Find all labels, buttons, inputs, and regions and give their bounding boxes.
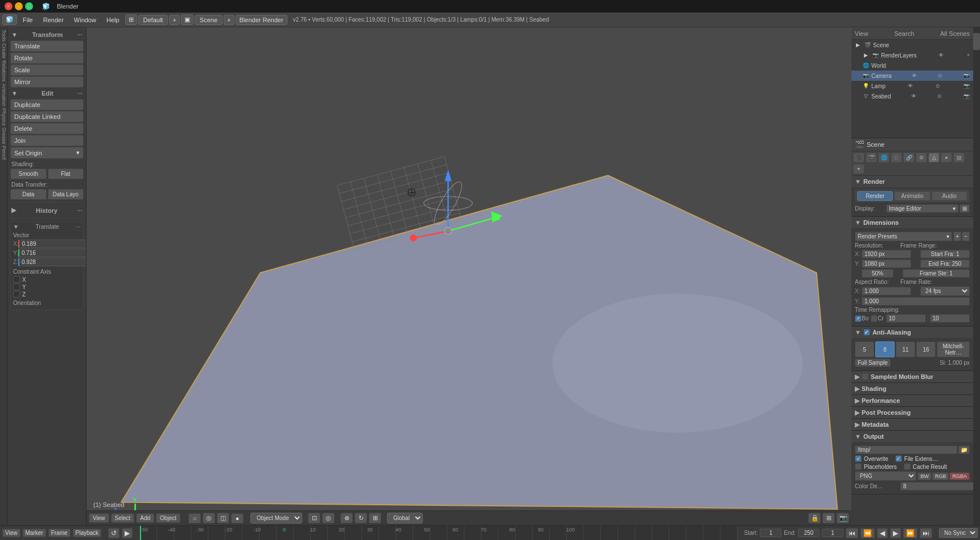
outliner-item-renderlayers[interactable]: ▶ 📷 RenderLayers 👁 + <box>851 50 973 60</box>
fps-selector[interactable]: 24 fps <box>920 286 970 296</box>
post-processing-section-header[interactable]: ▶ Post Processing <box>851 407 973 418</box>
y-input[interactable] <box>18 249 87 257</box>
object-menu-button[interactable]: Object <box>156 513 180 523</box>
particles-props-tab[interactable]: ✦ <box>853 164 864 174</box>
aa-section-header[interactable]: ▼ Anti-Aliasing <box>851 327 973 338</box>
proportional-edit-icon[interactable]: ◎ <box>322 513 335 523</box>
data-button[interactable]: Data <box>10 189 47 200</box>
smooth-button[interactable]: Smooth <box>10 168 47 179</box>
rgba-btn[interactable]: RGBA <box>949 472 970 480</box>
outliner-search-btn[interactable]: Search <box>894 30 914 37</box>
full-sample-btn[interactable]: Full Sample <box>855 358 891 367</box>
current-frame-input[interactable] <box>822 529 843 537</box>
rgb-btn[interactable]: RGB <box>932 472 949 480</box>
lamp-restrict-icon[interactable]: ⊙ <box>936 83 940 89</box>
window-controls[interactable]: × − □ <box>5 2 33 10</box>
scene-layout-icon[interactable]: ▣ <box>181 14 193 25</box>
constraints-props-tab[interactable]: 🔗 <box>903 152 915 163</box>
aa-11-btn[interactable]: 11 <box>896 341 915 357</box>
render-preview-icon[interactable]: ◎ <box>203 513 215 523</box>
mirror-button[interactable]: Mirror <box>10 76 84 88</box>
timeline-view-btn[interactable]: View <box>2 529 20 537</box>
menu-window[interactable]: Window <box>69 15 101 24</box>
aa-8-btn[interactable]: 8 <box>875 341 895 357</box>
render-engine-selector[interactable]: Blender Render <box>236 15 287 25</box>
outliner-item-lamp[interactable]: 💡 Lamp 👁 ⊙ 📷 <box>851 81 973 91</box>
x-axis-checkbox[interactable] <box>13 276 20 283</box>
render-section-header[interactable]: ▼ Render <box>851 176 973 187</box>
display-options-btn[interactable]: ⊞ <box>960 204 970 213</box>
smb-checkbox[interactable] <box>862 373 868 380</box>
output-section-header[interactable]: ▼ Output <box>851 431 973 442</box>
file-extens-checkbox[interactable] <box>895 455 902 462</box>
outliner-item-scene[interactable]: ▶ 🎬 Scene <box>851 40 973 50</box>
snap-icon[interactable]: ⊡ <box>308 513 320 523</box>
next-frame-icon[interactable]: ⏩ <box>903 528 917 538</box>
manipulator-icon[interactable]: ⊕ <box>340 513 353 523</box>
edit-section-header[interactable]: ▼ Edit ··· <box>10 88 84 98</box>
outliner-item-seabed[interactable]: ▽ Seabed 👁 ⊙ 📷 <box>851 91 973 101</box>
menu-help[interactable]: Help <box>102 15 124 24</box>
blender-menu-icon[interactable]: 🧊 <box>2 14 17 25</box>
z-axis-checkbox[interactable] <box>13 291 20 298</box>
sync-selector[interactable]: No Sync <box>939 528 978 538</box>
cache-result-checkbox[interactable] <box>904 463 911 470</box>
lamp-render-icon[interactable]: 📷 <box>963 83 970 89</box>
object-mode-selector[interactable]: Object Mode <box>250 513 302 523</box>
relations-icon[interactable]: Relations <box>1 60 7 82</box>
aa-5-btn[interactable]: 5 <box>855 341 874 357</box>
dimensions-section-header[interactable]: ▼ Dimensions <box>851 217 973 228</box>
end-frame-input[interactable] <box>798 529 820 537</box>
data-layo-button[interactable]: Data Layo <box>48 189 84 200</box>
set-origin-dropdown[interactable]: Set Origin ▾ <box>10 147 84 159</box>
animation-icon[interactable]: Animation <box>1 84 7 106</box>
scale-button[interactable]: Scale <box>10 64 84 76</box>
jump-end-icon[interactable]: ⏭ <box>920 528 932 538</box>
render-props-tab[interactable]: 🎥 <box>853 152 864 163</box>
scene-props-tab[interactable]: 🎬 <box>866 152 877 163</box>
play-forward-icon[interactable]: ▶ <box>890 528 901 538</box>
placeholders-checkbox[interactable] <box>855 463 862 470</box>
render-presets-remove-btn[interactable]: − <box>962 232 970 241</box>
render-tab-audio[interactable]: Audio <box>932 191 967 201</box>
aa-checkbox[interactable] <box>863 329 870 336</box>
start-frame-input[interactable] <box>760 529 781 537</box>
object-props-tab[interactable]: □ <box>891 152 902 163</box>
bo-checkbox[interactable] <box>855 315 862 322</box>
grease-pencil-icon[interactable]: Grease Pencil <box>1 127 7 160</box>
duplicate-button[interactable]: Duplicate <box>10 99 84 110</box>
minimize-button[interactable]: − <box>15 2 23 10</box>
output-browse-btn[interactable]: 📁 <box>958 446 970 454</box>
res-pct-btn[interactable]: 50% <box>862 269 893 278</box>
performance-section-header[interactable]: ▶ Performance <box>851 395 973 406</box>
render-presets-selector[interactable]: Render Presets ▾ <box>855 232 952 241</box>
close-button[interactable]: × <box>5 2 13 10</box>
rotate-button[interactable]: Rotate <box>10 52 84 64</box>
render-tab-render[interactable]: Render <box>857 191 893 201</box>
format-selector[interactable]: PNG <box>855 471 916 481</box>
duplicate-linked-button[interactable]: Duplicate Linked <box>10 111 84 122</box>
texture-display-icon[interactable]: ◫ <box>217 513 229 523</box>
color-de-input[interactable] <box>900 482 973 490</box>
view-menu-button[interactable]: View <box>89 513 109 523</box>
camera-restrict-icon[interactable]: ⊙ <box>938 73 942 79</box>
outliner-all-scenes-btn[interactable]: All Scenes <box>940 30 970 37</box>
scene-selector[interactable]: Scene <box>195 15 223 25</box>
shading-section-header[interactable]: ▶ Shading <box>851 383 973 394</box>
render-presets-add-btn[interactable]: + <box>953 232 961 241</box>
x-input[interactable] <box>18 240 87 248</box>
translate-button[interactable]: Translate <box>10 40 84 52</box>
camera-view-icon[interactable]: 📷 <box>837 513 849 523</box>
timeline-ruler[interactable]: -50 -40 -30 -20 -10 0 10 20 30 40 50 60 … <box>139 526 737 540</box>
join-button[interactable]: Join <box>10 135 84 146</box>
material-props-tab[interactable]: ● <box>941 152 952 163</box>
flat-button[interactable]: Flat <box>48 168 84 179</box>
add-workspace-icon[interactable]: + <box>169 15 179 25</box>
solid-display-icon[interactable]: ● <box>231 513 244 523</box>
display-selector[interactable]: Image Editor ▾ <box>886 204 958 213</box>
orientation-selector[interactable]: Global <box>387 513 423 523</box>
add-scene-icon[interactable]: + <box>224 15 234 25</box>
bw-btn[interactable]: BW <box>917 472 932 480</box>
right-scrollbar[interactable] <box>973 27 980 525</box>
renderlayers-eye-icon[interactable]: 👁 <box>938 52 944 58</box>
